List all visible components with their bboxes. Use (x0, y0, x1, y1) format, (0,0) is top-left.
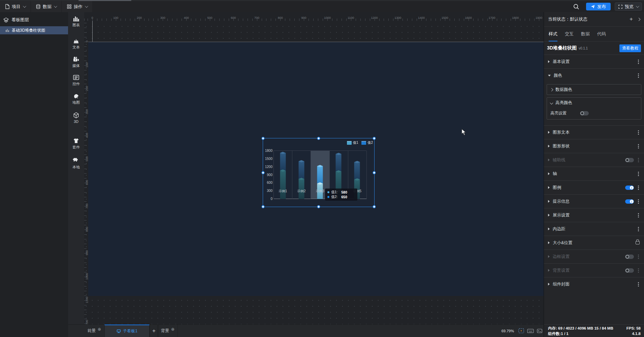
more-options-icon[interactable] (638, 146, 639, 147)
section-label: 提示信息 (553, 199, 570, 204)
section-label: 图形文本 (553, 130, 570, 135)
section-toggle[interactable] (625, 268, 634, 273)
subsection-data-color-header[interactable]: 数据颜色 (547, 85, 641, 95)
selection-handle[interactable] (373, 171, 376, 174)
add-state-icon[interactable]: + (630, 16, 633, 23)
tooltip-label: 值2: (331, 195, 337, 199)
legend-item-值2[interactable]: 值2 (361, 140, 373, 145)
section-背景设置[interactable]: 背景设置 (544, 263, 644, 277)
menu-actions[interactable]: 操作 (62, 1, 92, 12)
chevron-down-icon (636, 4, 639, 8)
subsection-data-color[interactable]: 数据颜色 (547, 84, 641, 95)
canvas-area[interactable]: 0100200300400500600700800900100011001200… (84, 12, 544, 324)
section-toggle[interactable] (625, 158, 634, 162)
section-toggle[interactable] (625, 255, 634, 259)
subsection-highlight-color-header[interactable]: 高亮颜色 (547, 98, 641, 108)
view-tutorial-button[interactable]: 查看教程 (619, 44, 641, 52)
more-options-icon[interactable] (638, 215, 639, 216)
v-ruler-label: 200 (85, 83, 89, 94)
keyboard-icon[interactable] (527, 329, 534, 333)
tab-样式[interactable]: 样式 (549, 27, 557, 41)
subboard-tab-active[interactable]: 子看板1 (104, 325, 150, 337)
section-辅助线[interactable]: 辅助线 (544, 153, 644, 167)
toolbar-item-图表[interactable]: 图表 (68, 15, 84, 28)
search-icon[interactable] (573, 3, 579, 10)
menu-project[interactable]: 项目 (0, 1, 30, 12)
background-tab[interactable]: 背景 ⊕ (158, 325, 178, 337)
toolbar-item-控件[interactable]: 控件 (68, 74, 84, 87)
section-展示设置[interactable]: 展示设置 (544, 208, 644, 222)
tab-交互[interactable]: 交互 (565, 27, 574, 41)
section-组件封面[interactable]: 组件封面 (544, 277, 644, 291)
tooltip-value: 650 (341, 195, 347, 199)
tooltip-label: 值1: (331, 190, 337, 195)
more-options-icon[interactable] (638, 229, 639, 230)
tab-代码[interactable]: 代码 (597, 27, 606, 41)
more-options-icon[interactable] (638, 284, 639, 285)
toolbar-item-本地[interactable]: 本地 (68, 157, 84, 170)
section-label: 图例 (553, 185, 561, 191)
more-options-icon[interactable] (638, 61, 639, 62)
section-图形文本[interactable]: 图形文本 (544, 125, 644, 139)
selection-handle[interactable] (317, 205, 320, 208)
widget-icon (73, 74, 79, 80)
toolbar-item-文本[interactable]: 文本 (68, 38, 84, 50)
toolbar-item-套件[interactable]: 套件 (68, 138, 84, 150)
more-options-icon[interactable] (638, 256, 639, 257)
selection-handle[interactable] (262, 171, 265, 174)
selection-handle[interactable] (262, 137, 265, 140)
foreground-tab[interactable]: 前景 ⊕ (84, 325, 105, 337)
more-options-icon[interactable] (638, 75, 639, 76)
more-options-icon[interactable] (638, 201, 639, 202)
selection-handle[interactable] (373, 137, 376, 140)
chart-component-selected[interactable]: 值1值2 值1:580值2:650 1800150012009006003000… (263, 138, 375, 207)
toolbar-item-地图[interactable]: 地图 (68, 93, 84, 105)
tab-数据[interactable]: 数据 (581, 27, 590, 41)
preview-button[interactable]: 预览 (615, 2, 642, 11)
add-tab-button[interactable]: + (150, 325, 158, 337)
lock-icon[interactable] (636, 241, 640, 244)
selection-handle[interactable] (317, 137, 320, 140)
selection-handle[interactable] (262, 205, 265, 208)
highlight-setting-toggle[interactable] (580, 111, 589, 115)
add-foreground-icon[interactable]: ⊕ (98, 327, 101, 332)
bottom-bar: 前景 ⊕ 子看板1 + 背景 ⊕ 69.79% (68, 324, 544, 337)
subsection-highlight-color[interactable]: 高亮颜色高亮设置 (547, 97, 641, 120)
fit-screen-icon[interactable] (518, 328, 524, 333)
chevron-right-icon[interactable] (637, 18, 641, 21)
section-边框设置[interactable]: 边框设置 (544, 249, 644, 263)
bar-segment-值2 (336, 154, 342, 171)
h-ruler-label: 600 (231, 16, 236, 20)
top-menu-bar: 项目 数据 操作 (0, 1, 644, 12)
toolbar-item-媒体[interactable]: 媒体 (68, 56, 84, 68)
more-options-icon[interactable] (638, 173, 639, 174)
chart-gridline (366, 151, 367, 199)
publish-button[interactable]: 发布 (586, 3, 611, 10)
v-ruler-label: 400 (85, 130, 89, 140)
more-options-icon[interactable] (638, 270, 639, 271)
more-options-icon[interactable] (638, 187, 639, 188)
section-图形形状[interactable]: 图形形状 (544, 139, 644, 153)
menu-data[interactable]: 数据 (31, 1, 61, 12)
section-轴[interactable]: 轴 (544, 167, 644, 180)
section-颜色[interactable]: 颜色 (544, 68, 644, 82)
section-基本设置[interactable]: 基本设置 (544, 55, 644, 68)
section-toggle[interactable] (625, 186, 634, 190)
more-options-icon[interactable] (638, 132, 639, 133)
section-toggle[interactable] (625, 199, 634, 204)
layer-item-selected[interactable]: 基础3D堆叠柱状图 (0, 26, 68, 34)
section-label: 展示设置 (553, 212, 570, 218)
toolbar-item-3D[interactable]: 3D (68, 112, 84, 124)
section-大小&位置[interactable]: 大小&位置 (544, 236, 644, 249)
add-background-icon[interactable]: ⊕ (171, 327, 174, 332)
highlight-setting-row: 高亮设置 (547, 108, 641, 119)
more-options-icon[interactable] (638, 160, 639, 161)
legend-item-值1[interactable]: 值1 (347, 140, 358, 145)
selection-handle[interactable] (373, 205, 376, 208)
section-内边距[interactable]: 内边距 (544, 222, 644, 236)
console-icon[interactable] (537, 329, 542, 333)
zoom-level[interactable]: 69.79% (502, 329, 514, 333)
section-提示信息[interactable]: 提示信息 (544, 194, 644, 208)
section-图例[interactable]: 图例 (544, 180, 644, 194)
h-ruler-label: 1100 (348, 16, 354, 20)
